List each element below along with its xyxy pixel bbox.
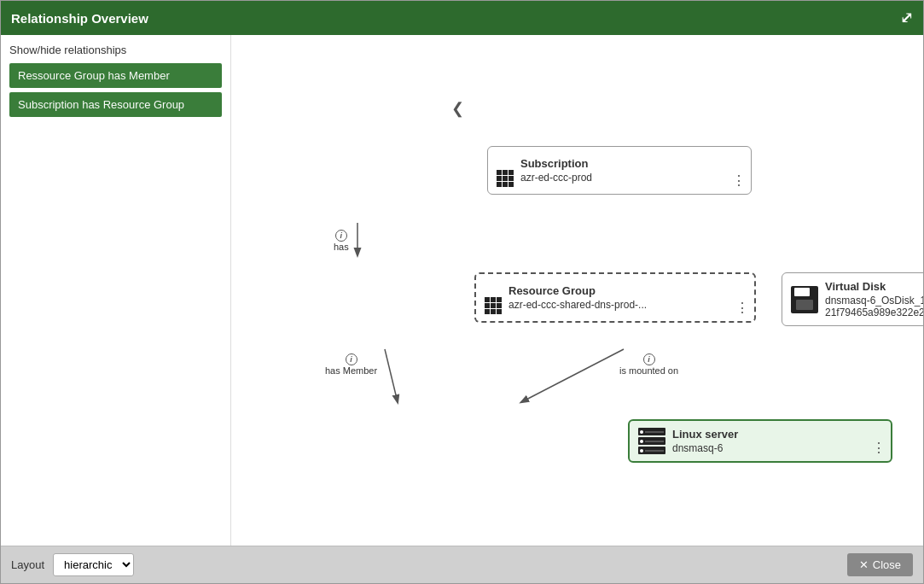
expand-icon[interactable]: ⤢	[900, 9, 913, 27]
relationship-overview-window: Relationship Overview ⤢ Show/hide relati…	[0, 0, 924, 584]
linux-server-node: Linux server dnsmasq-6 ⋮	[628, 419, 892, 463]
subscription-resource-group-button[interactable]: Subscription has Resource Group	[9, 92, 222, 117]
linux-server-name: dnsmasq-6	[672, 442, 738, 454]
subscription-icon	[497, 154, 514, 187]
subscription-node: Subscription azr-ed-ccc-prod ⋮	[487, 146, 752, 195]
virtual-disk-icon	[791, 286, 818, 313]
virtual-disk-node: Virtual Disk dnsmasq-6_OsDisk_1_8775d29-…	[782, 272, 923, 326]
virtual-disk-name: dnsmasq-6_OsDisk_1_8775d29-21f79465a989e…	[825, 295, 923, 318]
title-bar: Relationship Overview ⤢	[1, 1, 923, 35]
resource-group-node: Resource Group azr-ed-ccc-shared-dns-pro…	[474, 272, 756, 323]
has-info-icon: i	[335, 230, 347, 242]
resource-group-name: azr-ed-ccc-shared-dns-prod-...	[508, 299, 647, 311]
layout-label: Layout	[11, 558, 44, 571]
sidebar: Show/hide relationships Ressource Group …	[1, 35, 231, 546]
close-label: Close	[873, 558, 901, 571]
has-relation-label: i has	[334, 230, 349, 252]
close-x-icon: ✕	[859, 558, 869, 571]
is-mounted-on-info-icon: i	[643, 353, 655, 365]
svg-line-2	[521, 349, 624, 402]
subscription-name: azr-ed-ccc-prod	[520, 172, 592, 184]
collapse-arrow[interactable]: ❮	[451, 99, 464, 118]
is-mounted-on-relation-label: i is mounted on	[619, 353, 678, 376]
has-member-info-icon: i	[346, 353, 357, 365]
resource-group-menu[interactable]: ⋮	[735, 300, 749, 316]
window-title: Relationship Overview	[11, 11, 148, 26]
main-area: Show/hide relationships Ressource Group …	[1, 35, 923, 546]
linux-server-icon	[638, 428, 665, 454]
linux-server-menu[interactable]: ⋮	[872, 440, 886, 456]
close-button[interactable]: ✕ Close	[847, 553, 913, 576]
sidebar-title: Show/hide relationships	[9, 44, 222, 56]
virtual-disk-type: Virtual Disk	[825, 280, 923, 293]
resource-group-icon	[485, 281, 502, 314]
bottom-bar: Layout hierarchic organic tree ✕ Close	[1, 546, 923, 583]
has-member-relation-label: i has Member	[325, 353, 377, 376]
subscription-type: Subscription	[520, 157, 592, 170]
linux-server-type: Linux server	[672, 428, 738, 441]
subscription-info: Subscription azr-ed-ccc-prod	[520, 157, 592, 184]
resource-group-member-button[interactable]: Ressource Group has Member	[9, 63, 222, 88]
canvas-area: ❮	[231, 35, 923, 546]
svg-line-1	[385, 349, 398, 402]
resource-group-type: Resource Group	[508, 284, 647, 297]
resource-group-info: Resource Group azr-ed-ccc-shared-dns-pro…	[508, 284, 647, 311]
layout-select[interactable]: hierarchic organic tree	[53, 553, 134, 576]
layout-controls: Layout hierarchic organic tree	[11, 553, 134, 576]
subscription-menu[interactable]: ⋮	[732, 172, 746, 189]
linux-server-info: Linux server dnsmasq-6	[672, 428, 738, 454]
virtual-disk-info: Virtual Disk dnsmasq-6_OsDisk_1_8775d29-…	[825, 280, 923, 318]
